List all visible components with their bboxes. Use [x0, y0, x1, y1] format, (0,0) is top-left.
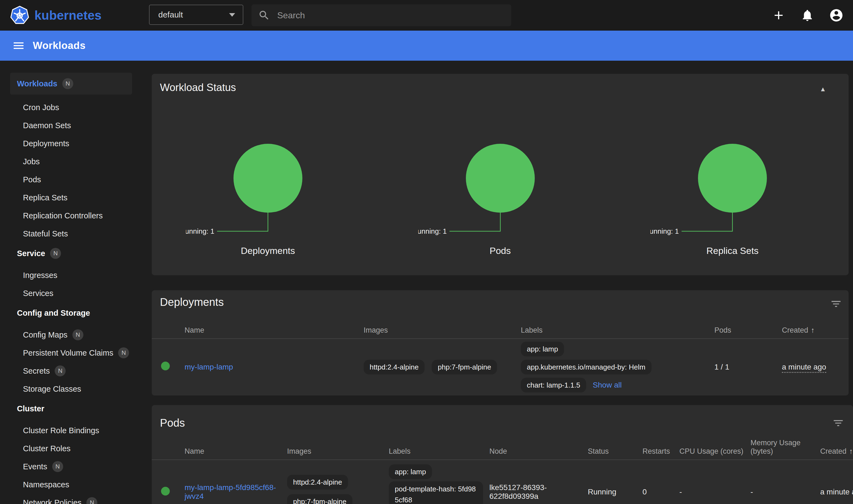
workload-status-charts: Running: 1 Deployments Running: 1 Pods — [152, 141, 849, 256]
hamburger-icon — [12, 39, 25, 52]
page-title: Workloads — [33, 40, 86, 51]
top-bar: kubernetes default — [0, 0, 853, 31]
label-chip: app.kubernetes.io/managed-by: Helm — [521, 360, 652, 375]
sidebar-item-label: Cluster — [17, 404, 44, 413]
new-badge: N — [118, 347, 129, 358]
deployments-card-title: Deployments — [160, 295, 840, 309]
pods-card-title: Pods — [160, 416, 845, 430]
sidebar-item[interactable]: Deployments — [0, 134, 142, 152]
pod-node: lke55127-86393-622f8d09399a — [490, 483, 588, 501]
sidebar-item[interactable]: Cluster Roles — [0, 439, 142, 457]
sidebar: Workloads N Cron Jobs Daemon Sets Deploy… — [0, 61, 142, 504]
account-button[interactable] — [825, 4, 848, 27]
label-chip: app: lamp — [521, 342, 564, 356]
sidebar-item[interactable]: Namespaces — [0, 475, 142, 493]
sort-ascending-icon: ↑ — [849, 447, 853, 456]
filter-button[interactable] — [830, 415, 847, 431]
pods-card: Pods Name Images Labels Node Status Rest… — [152, 405, 853, 504]
label-chip: app: lamp — [389, 464, 432, 479]
column-header-created[interactable]: Created ↑ — [782, 326, 849, 335]
label-chip: pod-template-hash: 5fd985cf68 — [389, 481, 483, 504]
column-header-images: Images — [363, 326, 521, 335]
sidebar-item[interactable]: Secrets N — [0, 362, 142, 380]
notifications-button[interactable] — [796, 4, 819, 27]
image-chip: httpd:2.4-alpine — [363, 360, 425, 375]
column-header-memory: Memory Usage (bytes) — [750, 439, 820, 456]
filter-button[interactable] — [828, 296, 844, 312]
search-input[interactable] — [277, 11, 505, 20]
sidebar-item[interactable]: Cluster Role Bindings — [0, 421, 142, 439]
column-header-created[interactable]: Created ↑ — [820, 447, 853, 456]
new-badge: N — [50, 248, 61, 259]
pod-name-link[interactable]: my-lamp-lamp-5fd985cf68-jwvz4 — [184, 483, 276, 501]
sidebar-item-label: Deployments — [23, 139, 69, 148]
deployment-created: a minute ago — [782, 363, 826, 373]
bell-icon — [800, 8, 814, 22]
chevron-down-icon — [229, 13, 235, 17]
app-bar: Workloads — [0, 31, 853, 61]
sidebar-item[interactable]: Ingresses — [0, 266, 142, 284]
sidebar-item[interactable]: Persistent Volume Claims N — [0, 344, 142, 362]
sidebar-item-label: Cluster Role Bindings — [23, 426, 99, 435]
new-badge: N — [55, 365, 66, 376]
sidebar-item[interactable]: Services — [0, 284, 142, 302]
sidebar-item-label: Config Maps — [23, 330, 68, 340]
deployments-table-header: Name Images Labels Pods Created ↑ — [152, 309, 849, 339]
pie-chart: Running: 1 Deployments — [152, 141, 384, 256]
show-all-link[interactable]: Show all — [593, 381, 622, 390]
pod-created: a minute ago — [820, 488, 853, 496]
label-chip: chart: lamp-1.1.5 — [521, 378, 586, 393]
sidebar-item-label: Cluster Roles — [23, 444, 71, 453]
namespace-value: default — [158, 10, 183, 19]
deployment-row: my-lamp-lamp httpd:2.4-alpinephp:7-fpm-a… — [152, 339, 849, 395]
column-header-images: Images — [287, 447, 389, 456]
pod-labels: app: lamp pod-template-hash: 5fd985cf68 — [389, 460, 490, 504]
sidebar-item[interactable]: Daemon Sets — [0, 116, 142, 134]
filter-icon — [830, 298, 842, 310]
create-resource-button[interactable] — [767, 4, 790, 27]
sidebar-item[interactable]: Cron Jobs — [0, 98, 142, 116]
workload-status-title: Workload Status — [160, 81, 840, 94]
sidebar-item[interactable]: Replication Controllers — [0, 206, 142, 225]
sidebar-item[interactable]: Jobs — [0, 152, 142, 170]
sidebar-item-label: Services — [23, 289, 53, 298]
sidebar-item-label: Cron Jobs — [23, 103, 59, 112]
collapse-button[interactable]: ▲ — [815, 82, 831, 97]
sidebar-item[interactable]: Pods — [0, 170, 142, 188]
sidebar-item[interactable]: Storage Classes — [0, 380, 142, 398]
sidebar-item[interactable]: Config and Storage — [0, 302, 142, 324]
deployment-name-link[interactable]: my-lamp-lamp — [184, 363, 233, 371]
sidebar-item-label: Events — [23, 462, 47, 471]
sidebar-item[interactable]: Network Policies N — [0, 493, 142, 504]
image-chip: php:7-fpm-alpine — [287, 494, 352, 504]
menu-button[interactable] — [10, 37, 27, 54]
sidebar-item-label: Replication Controllers — [23, 211, 103, 220]
pie-chart-title: Deployments — [241, 246, 295, 256]
sidebar-item-label: Config and Storage — [17, 309, 90, 318]
sidebar-item-label: Namespaces — [23, 480, 69, 489]
pod-memory-usage: - — [750, 488, 820, 496]
sidebar-item[interactable]: Workloads N — [10, 73, 132, 94]
sidebar-item[interactable]: Config Maps N — [0, 326, 142, 344]
pie-running-slice — [698, 144, 767, 213]
sidebar-item[interactable]: Events N — [0, 457, 142, 475]
logo[interactable]: kubernetes — [10, 5, 102, 25]
namespace-select[interactable]: default — [149, 5, 243, 25]
status-ok-icon — [161, 362, 170, 370]
deployment-images: httpd:2.4-alpinephp:7-fpm-alpine — [363, 360, 521, 375]
sidebar-item[interactable]: Stateful Sets — [0, 225, 142, 243]
pie-chart-title: Pods — [490, 246, 511, 256]
sidebar-item[interactable]: Replica Sets — [0, 188, 142, 206]
sidebar-item[interactable]: Cluster — [0, 398, 142, 419]
column-header-status: Status — [588, 447, 642, 456]
sidebar-item-label: Replica Sets — [23, 193, 68, 202]
new-badge: N — [52, 461, 63, 472]
search-bar[interactable] — [251, 4, 511, 26]
sidebar-item[interactable]: Service N — [0, 243, 142, 264]
column-header-labels: Labels — [521, 326, 714, 335]
image-chip: httpd:2.4-alpine — [287, 475, 348, 489]
deployment-labels: app: lamp app.kubernetes.io/managed-by: … — [521, 342, 714, 393]
sidebar-item-label: Workloads — [17, 79, 57, 88]
main-content: Workload Status ▲ Running: 1 Deployments — [142, 61, 853, 504]
sidebar-item-label: Stateful Sets — [23, 229, 68, 238]
